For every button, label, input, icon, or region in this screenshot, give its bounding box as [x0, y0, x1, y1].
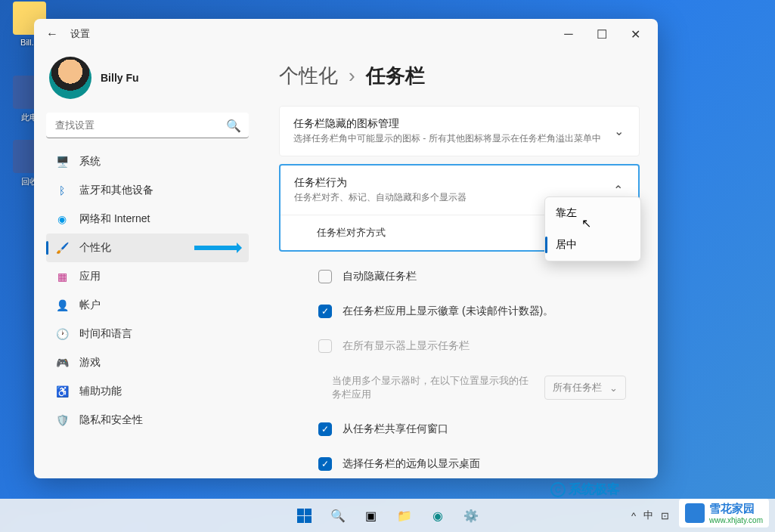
nav-accessibility[interactable]: ♿辅助功能 — [46, 377, 249, 406]
row-multi-monitor: 当使用多个显示器时，在以下位置显示我的任务栏应用 所有任务栏 ⌄ — [279, 363, 640, 412]
taskbar-edge[interactable]: ◉ — [423, 500, 453, 530]
arrow-annotation — [194, 246, 240, 250]
checkbox-far-corner[interactable]: ✓ — [318, 457, 332, 471]
watermark-xhjaty: 雪花家园www.xhjaty.com — [679, 499, 769, 527]
nav-network[interactable]: ◉网络和 Internet — [46, 205, 249, 234]
nav-accounts[interactable]: 👤帐户 — [46, 291, 249, 320]
profile[interactable]: Billy Fu — [46, 49, 249, 113]
wifi-icon: ◉ — [55, 212, 69, 226]
alignment-dropdown: 靠左 居中 — [544, 196, 641, 261]
taskbar-explorer[interactable]: 📁 — [389, 500, 420, 530]
taskbar-settings[interactable]: ⚙️ — [456, 500, 486, 530]
start-button[interactable] — [290, 500, 320, 530]
taskbar-taskview[interactable]: ▣ — [356, 500, 386, 530]
option-center[interactable]: 居中 — [545, 229, 640, 261]
content: 个性化 › 任务栏 任务栏隐藏的图标管理 选择任务栏角中可能显示的图标 - 所有… — [261, 49, 658, 478]
accessibility-icon: ♿ — [55, 385, 69, 398]
brush-icon: 🖌️ — [55, 241, 69, 255]
gamepad-icon: 🎮 — [55, 356, 69, 370]
tray-system[interactable]: ⊡ — [661, 510, 669, 521]
nav-privacy[interactable]: 🛡️隐私和安全性 — [46, 406, 249, 435]
chevron-up-icon: ⌃ — [611, 183, 625, 197]
row-all-monitors: 在所有显示器上显示任务栏 — [279, 329, 640, 363]
checkbox-autohide[interactable] — [318, 270, 332, 283]
windows-logo-icon — [297, 509, 312, 523]
nav-gaming[interactable]: 🎮游戏 — [46, 348, 249, 377]
chevron-right-icon: › — [349, 64, 355, 88]
watermark-sysgeek: C系统极客 — [550, 481, 620, 498]
card-hidden-icons-header[interactable]: 任务栏隐藏的图标管理 选择任务栏角中可能显示的图标 - 所有其他图标将显示在任务… — [280, 107, 639, 156]
search-icon: 🔍 — [226, 119, 241, 133]
tray-ime[interactable]: 中 — [643, 509, 653, 522]
row-autohide[interactable]: 自动隐藏任务栏 — [279, 259, 640, 294]
alignment-label: 任务栏对齐方式 — [294, 226, 386, 240]
nav-personalization[interactable]: 🖌️个性化 — [46, 234, 249, 262]
breadcrumb-parent[interactable]: 个性化 — [279, 63, 338, 89]
clock-icon: 🕐 — [55, 327, 69, 341]
chevron-down-icon: ⌄ — [609, 382, 618, 394]
folder-icon: 📁 — [397, 509, 412, 523]
profile-name: Billy Fu — [101, 72, 139, 84]
search-box: 🔍 — [46, 113, 249, 138]
breadcrumb: 个性化 › 任务栏 — [279, 49, 640, 106]
taskview-icon: ▣ — [365, 509, 377, 523]
nav: 🖥️系统 ᛒ蓝牙和其他设备 ◉网络和 Internet 🖌️个性化 ▦应用 👤帐… — [46, 147, 249, 478]
card-hidden-icons: 任务栏隐藏的图标管理 选择任务栏角中可能显示的图标 - 所有其他图标将显示在任务… — [279, 106, 640, 156]
user-icon: 👤 — [55, 298, 69, 312]
option-left[interactable]: 靠左 — [545, 197, 640, 229]
breadcrumb-current: 任务栏 — [366, 63, 425, 89]
row-far-corner[interactable]: ✓ 选择任务栏的远角以显示桌面 — [279, 447, 640, 478]
nav-system[interactable]: 🖥️系统 — [46, 147, 249, 176]
apps-icon: ▦ — [55, 270, 69, 283]
avatar — [49, 57, 91, 99]
back-button[interactable]: ← — [40, 27, 64, 41]
edge-icon: ◉ — [432, 509, 443, 523]
multi-monitor-select: 所有任务栏 ⌄ — [544, 376, 626, 400]
row-badges[interactable]: ✓ 在任务栏应用上显示徽章 (未读邮件计数器)。 — [279, 294, 640, 329]
checkbox-all-monitors — [318, 339, 332, 353]
nav-time-language[interactable]: 🕐时间和语言 — [46, 320, 249, 348]
sidebar: Billy Fu 🔍 🖥️系统 ᛒ蓝牙和其他设备 ◉网络和 Internet 🖌… — [34, 49, 261, 478]
close-button[interactable]: ✕ — [618, 23, 652, 45]
tray-chevron[interactable]: ^ — [631, 510, 636, 521]
titlebar: ← 设置 ─ ☐ ✕ — [34, 19, 658, 49]
minimize-button[interactable]: ─ — [552, 23, 585, 45]
system-icon: 🖥️ — [55, 155, 69, 169]
taskbar: 🔍 ▣ 📁 ◉ ⚙️ ^ 中 ⊡ — [0, 499, 775, 532]
shield-icon: 🛡️ — [55, 413, 69, 427]
checkbox-share-window[interactable]: ✓ — [318, 422, 332, 436]
search-input[interactable] — [46, 113, 249, 138]
row-share-window[interactable]: ✓ 从任务栏共享任何窗口 — [279, 412, 640, 447]
gear-icon: ⚙️ — [463, 509, 479, 523]
bluetooth-icon: ᛒ — [55, 184, 69, 197]
nav-apps[interactable]: ▦应用 — [46, 262, 249, 291]
window-title: 设置 — [70, 27, 90, 41]
search-icon: 🔍 — [330, 509, 346, 523]
checkbox-badges[interactable]: ✓ — [318, 305, 332, 318]
chevron-down-icon: ⌄ — [612, 124, 625, 138]
taskbar-search[interactable]: 🔍 — [323, 500, 353, 530]
nav-bluetooth[interactable]: ᛒ蓝牙和其他设备 — [46, 176, 249, 205]
maximize-button[interactable]: ☐ — [585, 23, 618, 45]
snowflake-logo-icon — [685, 503, 705, 523]
